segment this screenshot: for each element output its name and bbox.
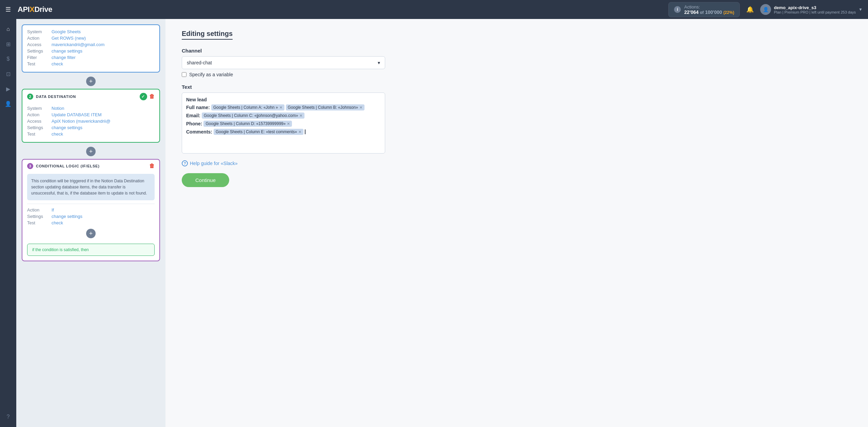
card-row-access: Access maverickandrii@gmail.com — [27, 41, 155, 48]
delete-button-2[interactable]: 🗑 — [149, 94, 155, 100]
delete-button-3[interactable]: 🗑 — [149, 163, 155, 169]
help-circle-icon: ? — [182, 160, 188, 166]
channel-select[interactable]: shared-chat ▾ — [182, 56, 385, 69]
sidebar-icon-briefcase[interactable]: ⊡ — [2, 68, 14, 80]
sidebar-icon-help[interactable]: ? — [2, 411, 14, 423]
editor-fullname-label: Full name: — [186, 105, 210, 110]
info-icon: i — [674, 6, 681, 13]
card-row-action: Action Get ROWS (new) — [27, 35, 155, 41]
chevron-down-icon[interactable]: ▼ — [859, 7, 863, 12]
add-step-button-2[interactable]: + — [86, 147, 96, 156]
specify-variable-row: Specify as a variable — [182, 72, 852, 77]
chip-phone-close[interactable]: ✕ — [287, 122, 290, 126]
logo-text: APIXDrive — [18, 5, 52, 14]
sidebar-icon-youtube[interactable]: ▶ — [2, 83, 14, 95]
editor-cursor — [305, 129, 307, 134]
channel-value: shared-chat — [187, 60, 212, 65]
card-label-system: System — [27, 29, 49, 34]
card-value-access[interactable]: maverickandrii@gmail.com — [52, 42, 104, 47]
card3-value-test[interactable]: check — [52, 220, 63, 225]
channel-label: Channel — [182, 48, 852, 54]
card-value-settings[interactable]: change settings — [52, 48, 82, 54]
add-step-button-3[interactable]: + — [86, 229, 96, 238]
editor-email-row: Email: Google Sheets | Column C: «jjohns… — [186, 113, 381, 119]
card-label-access: Access — [27, 42, 49, 47]
sidebar-icon-diagram[interactable]: ⊞ — [2, 38, 14, 50]
help-link[interactable]: ? Help guide for «Slack» — [182, 160, 852, 166]
user-section: 👤 demo_apix-drive_s3 Plan | Premium PRO … — [760, 4, 863, 15]
connector-3: + — [27, 226, 155, 241]
card-value-test[interactable]: check — [52, 61, 63, 66]
chip-fullname-1: Google Sheets | Column A: «John » ✕ — [211, 104, 284, 110]
dropdown-chevron-icon: ▾ — [378, 60, 380, 65]
text-editor[interactable]: New lead Full name: Google Sheets | Colu… — [182, 93, 385, 154]
hamburger-icon[interactable]: ☰ — [5, 6, 11, 13]
editing-panel: Editing settings Channel shared-chat ▾ S… — [165, 19, 868, 427]
card2-value-test[interactable]: check — [52, 131, 63, 137]
bell-icon[interactable]: 🔔 — [744, 3, 756, 16]
chip-email: Google Sheets | Column C: «jjohnson@yaho… — [202, 113, 304, 119]
chip-email-close[interactable]: ✕ — [299, 114, 302, 118]
conditional-description: This condition will be triggered if in t… — [27, 174, 155, 200]
editor-phone-label: Phone: — [186, 121, 202, 126]
chip-fullname-2: Google Sheets | Column B: «Johnson» ✕ — [286, 104, 364, 110]
card2-row-test: Test check — [27, 131, 155, 137]
card3-row-test: Test check — [27, 220, 155, 226]
sidebar-icon-home[interactable]: ⌂ — [2, 23, 14, 35]
pipeline-card-3: 3 CONDITIONAL LOGIC (IF/ELSE) 🗑 This con… — [22, 159, 160, 261]
card3-row-settings: Settings change settings — [27, 213, 155, 220]
user-name: demo_apix-drive_s3 — [774, 5, 856, 10]
card-value-action[interactable]: Get ROWS (new) — [52, 36, 86, 41]
connector-1: + — [22, 74, 160, 89]
pipeline-panel: System Google Sheets Action Get ROWS (ne… — [16, 19, 165, 427]
card2-value-access[interactable]: ApiX Notion (maverickandrii@ — [52, 119, 111, 124]
sidebar-icon-user[interactable]: 👤 — [2, 98, 14, 110]
card3-value-action[interactable]: If — [52, 207, 54, 212]
connector-2: + — [22, 144, 160, 159]
editor-first-line: New lead — [186, 97, 381, 102]
logo: APIXDrive — [18, 5, 52, 14]
actions-count: 22'064 of 100'000 (22%) — [684, 9, 734, 15]
card-row-system: System Google Sheets — [27, 28, 155, 35]
card-label-test: Test — [27, 61, 49, 66]
editor-comments-row: Comments: Google Sheets | Column E: «tes… — [186, 129, 381, 135]
card2-value-action[interactable]: Update DATABASE ITEM — [52, 112, 102, 117]
chip-fullname-1-close[interactable]: ✕ — [279, 105, 282, 110]
card-label-filter: Filter — [27, 55, 49, 60]
specify-variable-checkbox[interactable] — [182, 72, 186, 77]
if-then-text: if the condition is satisfied, then — [27, 244, 155, 256]
card2-value-system[interactable]: Notion — [52, 106, 64, 111]
card-value-system[interactable]: Google Sheets — [52, 29, 81, 34]
sidebar-icon-dollar[interactable]: $ — [2, 53, 14, 65]
actions-badge: i Actions: 22'064 of 100'000 (22%) — [668, 2, 740, 17]
card-row-settings: Settings change settings — [27, 48, 155, 54]
card-number-2: 2 — [27, 94, 33, 100]
actions-label: Actions: — [684, 4, 734, 9]
card2-row-action: Action Update DATABASE ITEM — [27, 111, 155, 118]
card2-value-settings[interactable]: change settings — [52, 125, 82, 130]
chip-fullname-2-close[interactable]: ✕ — [359, 105, 362, 110]
card-row-test: Test check — [27, 61, 155, 67]
card3-value-settings[interactable]: change settings — [52, 214, 82, 219]
specify-variable-label: Specify as a variable — [189, 72, 233, 77]
chip-comments-close[interactable]: ✕ — [298, 130, 301, 134]
editor-fullname-row: Full name: Google Sheets | Column A: «Jo… — [186, 104, 381, 110]
add-step-button-1[interactable]: + — [86, 77, 96, 86]
card2-row-access: Access ApiX Notion (maverickandrii@ — [27, 118, 155, 124]
card-value-filter[interactable]: change filter — [52, 55, 76, 60]
topnav: ☰ APIXDrive i Actions: 22'064 of 100'000… — [0, 0, 868, 19]
card2-row-system: System Notion — [27, 105, 155, 111]
card-header-3: 3 CONDITIONAL LOGIC (IF/ELSE) 🗑 — [22, 160, 159, 172]
card-title-3: CONDITIONAL LOGIC (IF/ELSE) — [36, 164, 100, 168]
avatar: 👤 — [760, 4, 771, 15]
sidebar: ⌂ ⊞ $ ⊡ ▶ 👤 ? — [0, 19, 16, 427]
user-plan: Plan | Premium PRO | left until payment … — [774, 10, 856, 14]
continue-button[interactable]: Continue — [182, 173, 229, 187]
editing-title: Editing settings — [182, 30, 233, 40]
text-section: Text New lead Full name: Google Sheets |… — [182, 84, 852, 154]
card-actions-3: 🗑 — [149, 163, 155, 169]
chip-phone: Google Sheets | Column D: «15739999999» … — [203, 121, 292, 127]
card-label-settings: Settings — [27, 48, 49, 54]
card2-row-settings: Settings change settings — [27, 124, 155, 131]
chip-comments: Google Sheets | Column E: «test comments… — [214, 129, 303, 135]
